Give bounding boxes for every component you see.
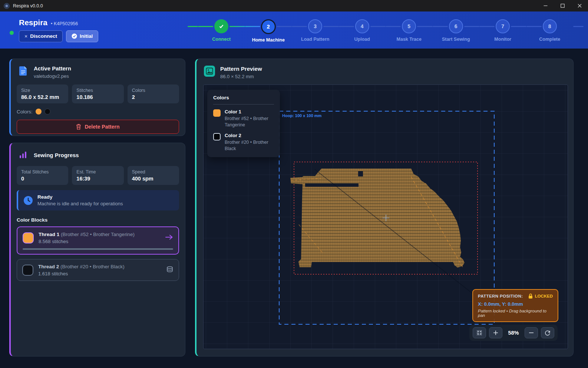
reset-view-button[interactable] <box>541 327 554 338</box>
thread1-progress-bar <box>23 248 173 250</box>
image-icon <box>206 67 213 75</box>
stat-total-stitches: Total Stitches 0 <box>17 166 68 185</box>
reset-zoom-icon <box>545 330 551 336</box>
pattern-filename: valetudogv2.pes <box>34 73 71 79</box>
arrow-right-icon <box>165 234 173 240</box>
check-circle-icon <box>72 33 77 39</box>
legend-swatch-orange <box>213 109 221 117</box>
check-icon <box>218 23 224 29</box>
step-upload[interactable]: 4 Upload <box>339 19 386 43</box>
maximize-button[interactable] <box>554 0 571 11</box>
step-start-sewing[interactable]: 6 Start Sewing <box>433 19 480 43</box>
stat-est-time: Est. Time 16:39 <box>72 166 123 185</box>
position-hint: Pattern locked • Drag background to pan <box>478 309 553 318</box>
active-pattern-title: Active Pattern <box>34 65 71 72</box>
fit-screen-button[interactable] <box>473 327 486 338</box>
clock-icon <box>23 196 33 205</box>
color-swatch-orange <box>36 109 42 115</box>
zoom-in-icon <box>493 330 498 335</box>
stat-colors: Colors 2 <box>128 84 179 103</box>
bar-chart-icon <box>19 150 27 159</box>
app-icon <box>4 3 10 9</box>
stat-speed: Speed 400 spm <box>128 166 179 185</box>
zoom-in-button[interactable] <box>489 327 502 338</box>
position-label: PATTERN POSITION: <box>478 294 523 298</box>
file-icon <box>19 66 27 76</box>
pattern-position-overlay: PATTERN POSITION: LOCKED X: 0.0mm, Y: 0.… <box>472 289 558 322</box>
sewing-progress-title: Sewing Progress <box>34 152 79 158</box>
preview-dimensions: 86.0 × 52.2 mm <box>220 74 262 79</box>
machine-serial: • K4P502956 <box>51 21 78 26</box>
machine-status: Ready Machine is idle and ready for oper… <box>17 190 179 210</box>
app-window: Respira v0.0.0 Respira • K4P502956 <box>0 0 588 368</box>
zoom-out-icon <box>529 330 534 335</box>
status-text: Machine is idle and ready for operations <box>37 201 123 206</box>
trash-icon <box>76 124 81 130</box>
titlebar: Respira v0.0.0 <box>0 0 588 11</box>
thread2-stitches: 1.618 stitches <box>38 271 125 276</box>
close-icon: × <box>24 33 27 39</box>
sewing-progress-card: Sewing Progress Total Stitches 0 Est. Ti… <box>9 143 185 357</box>
connection-status-dot <box>10 31 14 35</box>
stat-size: Size 86.0 x 52.2 mm <box>17 84 68 103</box>
status-title: Ready <box>37 194 123 200</box>
zoom-controls: 58% <box>469 325 558 341</box>
disconnect-button[interactable]: × Disconnect <box>19 30 63 42</box>
fit-screen-icon <box>476 330 482 336</box>
initial-button[interactable]: Initial <box>66 30 98 42</box>
legend-title: Colors <box>213 95 274 105</box>
thread2-name: Thread 2 (Brother #20 • Brother Black) <box>38 264 125 269</box>
zoom-out-button[interactable] <box>525 327 538 338</box>
step-monitor[interactable]: 7 Monitor <box>479 19 526 43</box>
legend-item-color2: Color 2 Brother #20 • Brother Black <box>213 133 274 152</box>
thread-item-2[interactable]: Thread 2 (Brother #20 • Brother Black) 1… <box>17 259 179 281</box>
locked-badge: LOCKED <box>528 294 553 299</box>
legend-item-color1: Color 1 Brother #52 • Brother Tangerine <box>213 109 274 128</box>
thread2-swatch <box>22 265 33 276</box>
workflow-stepper: Connect 2 Home Machine 3 Load Pattern 4 … <box>198 19 573 43</box>
colors-legend: Colors Color 1 Brother #52 • Brother Tan… <box>207 90 280 157</box>
preview-canvas[interactable]: Hoop: 100 x 100 mm Colors Color 1 Brothe… <box>203 84 568 349</box>
thread1-stitches: 8.568 stitches <box>39 239 135 244</box>
lock-icon <box>528 294 533 299</box>
color-blocks-label: Color Blocks <box>17 217 179 223</box>
preview-title: Pattern Preview <box>220 66 262 72</box>
window-title: Respira v0.0.0 <box>13 3 43 9</box>
step-load-pattern[interactable]: 3 Load Pattern <box>292 19 339 43</box>
zoom-level: 58% <box>505 330 522 336</box>
step-complete[interactable]: 8 Complete <box>526 19 574 43</box>
layers-icon <box>166 266 174 273</box>
step-mask-trace[interactable]: 5 Mask Trace <box>386 19 433 43</box>
colors-label: Colors: <box>17 109 33 115</box>
app-name: Respira <box>19 18 47 27</box>
step-connect[interactable]: Connect <box>198 19 245 43</box>
thread1-name: Thread 1 (Brother #52 • Brother Tangerin… <box>39 232 135 237</box>
step-home-machine[interactable]: 2 Home Machine <box>245 19 292 43</box>
header: Respira • K4P502956 × Disconnect Initial <box>0 11 588 49</box>
active-pattern-card: Active Pattern valetudogv2.pes Size 86.0… <box>9 59 185 136</box>
position-coords: X: 0.0mm, Y: 0.0mm <box>478 301 553 307</box>
close-button[interactable] <box>571 0 588 11</box>
minimize-button[interactable] <box>537 0 554 11</box>
pattern-preview-card: Pattern Preview 86.0 × 52.2 mm <box>195 59 574 357</box>
color-swatch-black <box>44 109 50 115</box>
stat-stitches: Stitches 10.186 <box>72 84 123 103</box>
hoop-label: Hoop: 100 x 100 mm <box>282 113 321 118</box>
thread1-swatch <box>23 232 34 243</box>
legend-swatch-black <box>213 133 221 140</box>
thread-item-1[interactable]: Thread 1 (Brother #52 • Brother Tangerin… <box>17 226 179 255</box>
delete-pattern-button[interactable]: Delete Pattern <box>17 120 179 134</box>
